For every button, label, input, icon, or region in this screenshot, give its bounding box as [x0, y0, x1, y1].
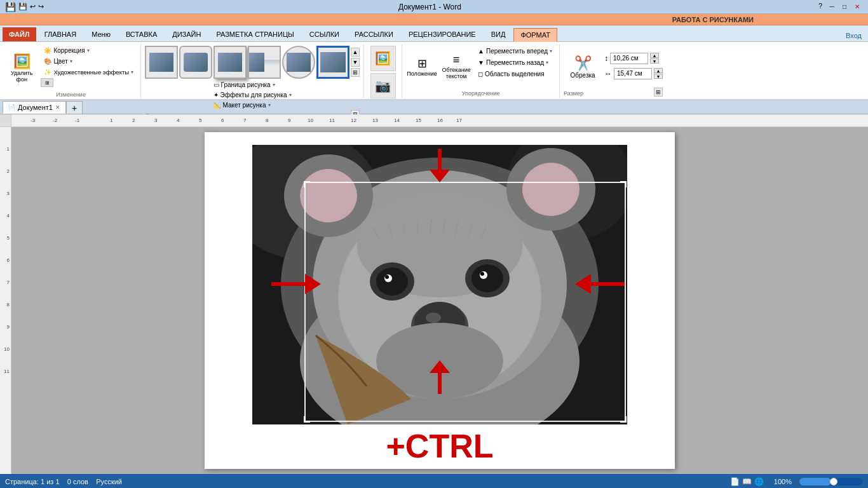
tab-home[interactable]: ГЛАВНАЯ — [37, 27, 83, 41]
svg-marker-40 — [575, 274, 591, 294]
razmer-expand[interactable]: ⊞ — [654, 88, 663, 97]
undo-icon[interactable]: ↩ — [30, 3, 36, 11]
ruler-mark-4: 4 — [177, 118, 179, 123]
border-button[interactable]: ▭ Граница рисунка ▾ — [210, 80, 278, 90]
status-bar: Страница: 1 из 1 0 слов Русский 📄 📖 🌐 10… — [0, 474, 868, 488]
tab-file[interactable]: ФАЙЛ — [3, 27, 36, 41]
forward-arrow: ▾ — [550, 48, 552, 54]
left-ruler-7: 7 — [7, 280, 10, 285]
ribbon-group-razmer: ✂️ Обрезка ↕ ▲ ▼ ↔ ▲ — [560, 44, 667, 98]
window-controls: ? ─ □ ✕ — [816, 2, 863, 12]
wrap-icon: ≡ — [453, 53, 460, 67]
width-spin-up[interactable]: ▲ — [654, 68, 663, 73]
selection-button[interactable]: ◻ Область выделения — [475, 69, 555, 79]
title-bar: 💾 💾 ↩ ↪ Документ1 - Word ? ─ □ ✕ — [0, 0, 868, 14]
pic-style-1[interactable] — [145, 46, 178, 79]
width-spin-down[interactable]: ▼ — [654, 74, 663, 79]
word-icon: 💾 — [5, 2, 16, 12]
tab-format[interactable]: ФОРМАТ — [513, 28, 557, 42]
ruler-mark-12: 12 — [351, 118, 356, 123]
position-button[interactable]: ⊞ Положение — [406, 46, 438, 87]
effects-arrow: ▾ — [131, 69, 133, 75]
ruler-mark-7: 7 — [243, 118, 246, 123]
status-right: 📄 📖 🌐 100% — [730, 477, 863, 486]
ruler-mark-6: 6 — [221, 118, 224, 123]
height-spin-up[interactable]: ▲ — [650, 53, 659, 58]
doc-tab-new[interactable]: + — [66, 101, 83, 114]
wrap-button[interactable]: ≡ Обтеканиетекстом — [440, 46, 472, 87]
back-arrow: ▾ — [546, 60, 548, 65]
effects2-button[interactable]: ✦ Эффекты для рисунка ▾ — [210, 90, 295, 100]
back-label: Переместить назад — [486, 59, 544, 66]
back-button[interactable]: ▼ Переместить назад ▾ — [475, 57, 555, 68]
height-spinner: ▲ ▼ — [650, 53, 659, 64]
tab-links[interactable]: ССЫЛКИ — [302, 27, 346, 41]
help-icon[interactable]: ? — [816, 2, 825, 12]
pic-style-6-active[interactable] — [316, 46, 349, 79]
pic-tool-1[interactable]: 🖼️ — [370, 46, 396, 71]
redo-icon[interactable]: ↪ — [38, 3, 44, 11]
login-label[interactable]: Вход — [842, 30, 865, 41]
svg-marker-36 — [430, 360, 450, 373]
crop-button[interactable]: ✂️ Обрезка — [564, 46, 602, 88]
svg-point-13 — [376, 268, 408, 295]
height-spin-down[interactable]: ▼ — [650, 58, 659, 64]
height-input[interactable] — [610, 53, 648, 64]
size-inputs: ↕ ▲ ▼ ↔ ▲ ▼ — [604, 53, 663, 81]
pic-style-4[interactable] — [248, 46, 281, 79]
view-read-icon[interactable]: 📖 — [742, 477, 752, 486]
work-pictures-bar: РАБОТА С РИСУНКАМИ — [0, 14, 868, 25]
close-button[interactable]: ✕ — [851, 2, 863, 12]
effects-button[interactable]: ✨ Художественные эффекты ▾ — [41, 67, 137, 77]
tab-menu[interactable]: Меню — [85, 27, 118, 41]
minimize-button[interactable]: ─ — [826, 2, 837, 12]
ruler-mark-1: 1 — [110, 118, 112, 123]
korrekciya-icon: ☀️ — [44, 47, 51, 54]
tab-mailings[interactable]: РАССЫЛКИ — [348, 27, 400, 41]
maximize-button[interactable]: □ — [839, 2, 850, 12]
cvet-arrow: ▾ — [70, 58, 72, 64]
doc-tab-1-label: Документ1 — [18, 104, 53, 111]
pic-style-2[interactable] — [179, 46, 212, 79]
effects2-arrow: ▾ — [289, 92, 292, 98]
delete-bg-button[interactable]: 🖼️ Удалитьфон — [5, 46, 38, 90]
izmeneniye-expand[interactable]: ⊞ — [41, 78, 53, 87]
cvet-button[interactable]: 🎨 Цвет ▾ — [41, 57, 137, 66]
ruler-mark-16: 16 — [437, 118, 443, 123]
page-info: Страница: 1 из 1 — [5, 478, 60, 485]
image-container[interactable] — [252, 145, 627, 424]
pic-style-5[interactable] — [282, 46, 315, 79]
crop-icon: ✂️ — [574, 55, 592, 72]
styles-scroll-down[interactable]: ▼ — [351, 58, 360, 67]
arrange-sub-group: ▲ Переместить вперед ▾ ▼ Переместить наз… — [475, 46, 555, 79]
width-input[interactable] — [614, 68, 652, 79]
arrow-bottom — [427, 360, 452, 396]
styles-expand-down[interactable]: ⊞ — [351, 68, 360, 77]
tab-design[interactable]: ДИЗАЙН — [165, 27, 208, 41]
forward-button[interactable]: ▲ Переместить вперед ▾ — [475, 46, 555, 57]
zoom-slider-track[interactable] — [799, 478, 863, 485]
svg-point-7 — [300, 169, 357, 222]
tab-layout[interactable]: РАЗМЕТКА СТРАНИЦЫ — [209, 27, 301, 41]
ruler-mark-10: 10 — [308, 118, 313, 123]
razmer-label: Размер — [564, 89, 583, 97]
pic-tool-2[interactable]: 📷 — [370, 73, 396, 98]
view-web-icon[interactable]: 🌐 — [754, 477, 764, 486]
left-ruler-4: 4 — [7, 213, 10, 219]
pic-style-3[interactable] — [214, 46, 247, 79]
korrekciya-label: Коррекция — [53, 47, 85, 54]
layout-button[interactable]: 📐 Макет рисунка ▾ — [210, 100, 274, 110]
view-normal-icon[interactable]: 📄 — [730, 477, 740, 486]
delete-bg-label: Удалитьфон — [11, 70, 32, 83]
doc-tab-1[interactable]: 📄 Документ1 ✕ — [3, 101, 66, 114]
styles-scroll-up[interactable]: ▲ — [351, 48, 360, 57]
tab-review[interactable]: РЕЦЕНЗИРОВАНИЕ — [402, 27, 483, 41]
doc-tab-1-close[interactable]: ✕ — [55, 104, 60, 111]
tab-view[interactable]: ВИД — [484, 27, 513, 41]
izmeneniye-label: Изменение — [56, 90, 86, 98]
save-icon[interactable]: 💾 — [18, 3, 27, 11]
zoom-slider-thumb[interactable] — [830, 478, 837, 485]
ruler-corner — [0, 114, 11, 127]
korrekciya-button[interactable]: ☀️ Коррекция ▾ — [41, 46, 137, 55]
tab-insert[interactable]: ВСТАВКА — [119, 27, 164, 41]
